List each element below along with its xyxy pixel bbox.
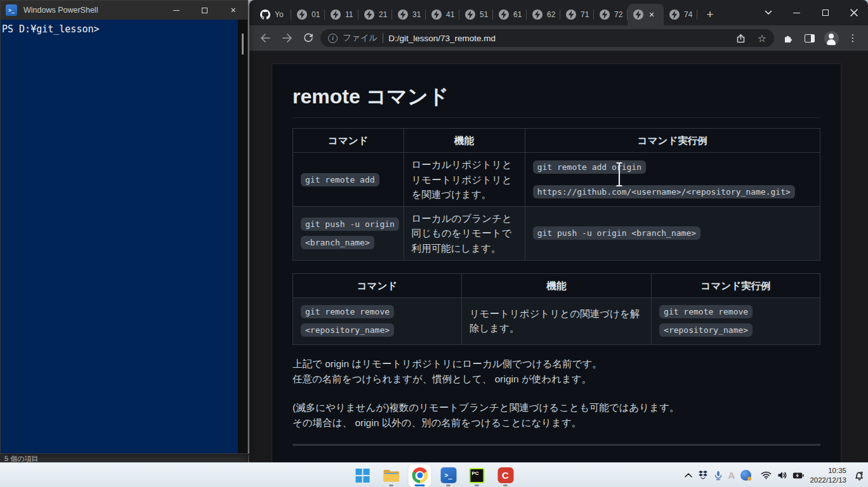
tab-41[interactable]: 41 xyxy=(426,4,459,25)
powershell-minimize-button[interactable] xyxy=(162,1,190,20)
tab-31[interactable]: 31 xyxy=(392,4,426,25)
chrome-minimize-button[interactable] xyxy=(782,0,811,25)
tray-chevron-up-icon[interactable] xyxy=(685,473,692,477)
tab-label: 31 xyxy=(412,10,421,19)
tray-notification-bell-icon[interactable] xyxy=(855,471,864,481)
tab-label: 11 xyxy=(345,10,353,19)
tab-label: 62 xyxy=(547,10,555,19)
paragraph-line: (滅多にやりませんが)複数のリモートブランチと関連づけることも可能ではあります。 xyxy=(293,402,680,413)
powershell-titlebar[interactable]: >_ Windows PowerShell × xyxy=(1,1,247,20)
tab-label: 71 xyxy=(581,10,589,19)
tab-72[interactable]: 72 xyxy=(594,4,628,25)
powershell-maximize-button[interactable] xyxy=(190,1,219,20)
windows-logo-icon xyxy=(356,469,370,483)
tab-search-chevron-icon[interactable] xyxy=(754,0,782,25)
url-scheme-label: ファイル xyxy=(343,32,378,44)
tray-ime-icon[interactable]: A xyxy=(728,470,735,481)
markdown-favicon xyxy=(297,10,307,20)
tab-71[interactable]: 71 xyxy=(560,4,594,25)
paragraph-origin-note: 上記で origin はリモートリポジトリにローカル側でつける名前です。 任意の… xyxy=(293,356,820,387)
markdown-document: remote コマンド コマンド 機能 コマンド実行例 git remote a… xyxy=(272,63,841,462)
side-panel-icon[interactable] xyxy=(801,29,819,47)
start-button[interactable] xyxy=(352,464,374,487)
taskbar-chrome[interactable] xyxy=(409,464,431,487)
code-chip: git remote add origin xyxy=(533,160,646,174)
taskbar-file-explorer[interactable] xyxy=(380,464,403,487)
profile-avatar-icon[interactable] xyxy=(822,29,840,47)
powershell-title: Windows PowerShell xyxy=(23,6,98,15)
markdown-favicon xyxy=(633,10,643,20)
tab-close-icon[interactable]: × xyxy=(649,10,654,20)
tray-battery-icon[interactable] xyxy=(792,472,804,479)
paragraph-line: 任意の名前をつけられますが、慣例として、 origin が使われます。 xyxy=(293,373,591,384)
tab-74[interactable]: 74 xyxy=(664,4,697,25)
powershell-scrollbar[interactable] xyxy=(238,20,247,453)
taskbar-clock[interactable]: 10:35 2022/12/13 xyxy=(810,466,846,485)
powershell-icon: >_ xyxy=(6,4,17,16)
forward-icon[interactable] xyxy=(277,29,296,48)
tab-21[interactable]: 21 xyxy=(358,4,392,25)
tab-61[interactable]: 61 xyxy=(493,4,527,25)
back-icon[interactable] xyxy=(256,29,275,48)
markdown-favicon xyxy=(398,10,408,20)
reload-icon[interactable] xyxy=(299,29,318,48)
table-header-row: コマンド 機能 コマンド実行例 xyxy=(293,129,820,153)
tab-github[interactable]: Yo xyxy=(254,4,291,25)
page-info-icon[interactable]: i xyxy=(328,34,338,43)
new-tab-button[interactable]: + xyxy=(701,6,719,23)
powershell-close-button[interactable]: × xyxy=(219,1,247,20)
chrome-maximize-button[interactable] xyxy=(811,0,839,25)
tray-app-sphere-icon[interactable] xyxy=(740,470,751,481)
clock-date: 2022/12/13 xyxy=(810,476,846,485)
tray-dropbox-icon[interactable] xyxy=(698,471,708,480)
chrome-close-button[interactable] xyxy=(839,0,868,25)
explorer-statusbar: 5 個の項目 xyxy=(0,453,275,463)
github-icon xyxy=(260,10,270,20)
tray-microphone-icon[interactable] xyxy=(714,471,723,481)
text-cursor-ibeam xyxy=(615,162,624,190)
tab-51[interactable]: 51 xyxy=(459,4,493,25)
markdown-favicon xyxy=(364,10,374,20)
address-bar[interactable]: i ファイル D:/git_lesson/73_remote.md ☆ xyxy=(320,29,774,47)
tab-11[interactable]: 11 xyxy=(325,4,358,25)
paragraph-line: 上記で origin はリモートリポジトリにローカル側でつける名前です。 xyxy=(293,358,602,369)
code-chip: git push -u origin <branch_name> xyxy=(533,226,700,240)
col-header-command: コマンド xyxy=(293,129,404,153)
tab-62[interactable]: 62 xyxy=(527,4,560,25)
table-row: git remote add ローカルリポジトリとリモートリポジトリとを関連づけ… xyxy=(293,153,820,207)
folder-icon xyxy=(383,469,400,483)
powershell-terminal[interactable]: PS D:¥git_lesson> xyxy=(1,20,247,453)
col-header-command: コマンド xyxy=(293,273,462,297)
col-header-example: コマンド実行例 xyxy=(652,273,820,297)
tab-label: 21 xyxy=(379,10,387,19)
browser-viewport: remote コマンド コマンド 機能 コマンド実行例 git remote a… xyxy=(249,51,868,462)
remote-commands-table: コマンド 機能 コマンド実行例 git remote add ローカルリポジトリ… xyxy=(293,128,820,261)
tray-wifi-icon[interactable] xyxy=(761,471,772,479)
tray-volume-icon[interactable] xyxy=(777,471,787,479)
tab-label: Yo xyxy=(275,10,284,19)
paragraph-line: その場合は、 origin 以外の、別の名前をつけることになります。 xyxy=(293,417,581,428)
page-title: remote コマンド xyxy=(293,83,820,118)
share-icon[interactable] xyxy=(732,30,749,46)
bookmark-star-icon[interactable]: ☆ xyxy=(754,30,770,46)
chrome-toolbar: i ファイル D:/git_lesson/73_remote.md ☆ ⋮ xyxy=(249,25,868,51)
taskbar-powershell[interactable]: >_ xyxy=(437,464,460,487)
menu-kebab-icon[interactable]: ⋮ xyxy=(844,29,862,47)
table-row: git remote remove <repository_name> リモート… xyxy=(293,298,820,345)
powershell-scrollbar-thumb[interactable] xyxy=(242,34,244,55)
tab-active-73-remote[interactable]: × xyxy=(628,4,664,25)
remote-remove-table: コマンド 機能 コマンド実行例 git remote remove <repos… xyxy=(293,273,820,345)
function-text: ローカルのブランチと同じものをリモートで利用可能にします。 xyxy=(404,207,525,261)
tab-label: 74 xyxy=(684,10,692,19)
powershell-prompt: PS D:¥git_lesson> xyxy=(2,23,100,35)
table-header-row: コマンド 機能 コマンド実行例 xyxy=(293,273,820,297)
taskbar-camtasia[interactable]: C xyxy=(494,464,517,487)
extensions-puzzle-icon[interactable] xyxy=(779,29,797,47)
tab-01[interactable]: 01 xyxy=(291,4,325,25)
code-chip: git push -u origin <branch_name> xyxy=(301,218,399,249)
desktop: 5 個の項目 >_ Windows PowerShell × PS D:¥git… xyxy=(0,0,868,487)
taskbar-pycharm[interactable]: PC xyxy=(466,464,489,487)
tab-label: 51 xyxy=(480,10,488,19)
chrome-tabstrip: Yo 01 11 21 31 41 51 61 62 71 72 × 74 + xyxy=(249,0,868,25)
markdown-favicon xyxy=(499,10,509,20)
